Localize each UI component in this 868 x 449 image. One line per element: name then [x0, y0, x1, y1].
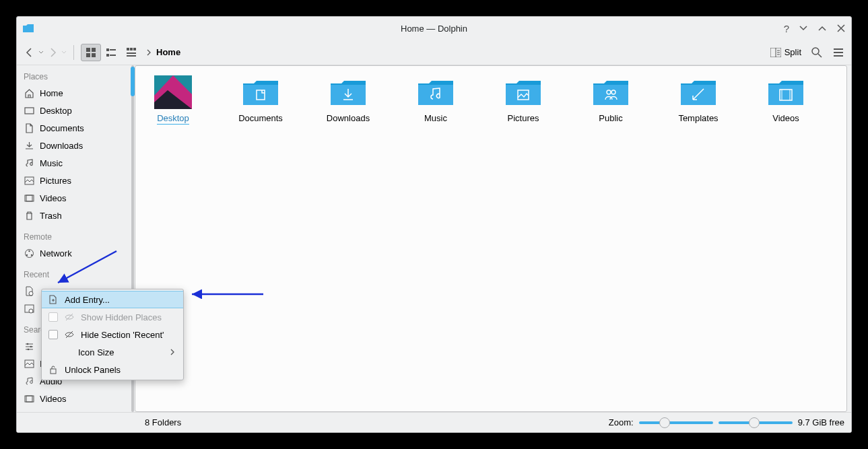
sidebar-item-trash[interactable]: Trash [17, 207, 131, 224]
split-label: Split [784, 47, 801, 57]
forward-button[interactable] [46, 46, 59, 59]
checkbox-icon [48, 312, 58, 322]
free-space-slider[interactable] [719, 421, 793, 424]
chevron-right-icon [145, 49, 152, 56]
sidebar-item-downloads[interactable]: Downloads [17, 137, 131, 154]
sidebar-item-search-videos[interactable]: Videos [17, 390, 131, 407]
chevron-right-icon [170, 349, 175, 355]
folder-icon [592, 75, 630, 109]
music-icon [24, 376, 34, 386]
help-button[interactable]: ? [784, 23, 789, 34]
folder-label: Desktop [157, 113, 189, 125]
svg-rect-8 [127, 48, 129, 50]
compact-view-button[interactable] [101, 44, 121, 61]
recent-image-icon [24, 303, 34, 314]
music-icon [24, 158, 34, 168]
svg-rect-46 [243, 85, 278, 105]
filter-icon [24, 341, 34, 351]
desktop-wallpaper-thumb [154, 75, 192, 109]
checkbox-icon [48, 330, 58, 339]
context-menu: Add Entry... Show Hidden Places Hide Sec… [41, 289, 184, 380]
home-icon [24, 88, 34, 98]
svg-rect-1 [92, 48, 96, 52]
trash-icon [24, 210, 34, 221]
svg-rect-52 [593, 85, 628, 105]
video-icon [24, 193, 34, 203]
toolbar: Home Split [17, 40, 851, 65]
split-button[interactable]: Split [770, 47, 801, 57]
folder-downloads[interactable]: Downloads [317, 75, 379, 123]
folder-public[interactable]: Public [580, 75, 642, 123]
svg-rect-49 [418, 85, 453, 105]
sidebar-item-pictures[interactable]: Pictures [17, 172, 131, 189]
menu-item-hide-section[interactable]: Hide Section 'Recent' [42, 326, 183, 343]
splitter-handle[interactable] [131, 67, 135, 96]
network-icon [24, 248, 34, 258]
icons-view-button[interactable] [81, 44, 101, 61]
folder-pictures[interactable]: Pictures [492, 75, 554, 123]
svg-point-39 [27, 348, 29, 350]
svg-rect-10 [133, 48, 136, 50]
sidebar-item-music[interactable]: Music [17, 154, 131, 172]
folder-icon [679, 75, 717, 109]
folder-icon [504, 75, 542, 109]
folder-videos[interactable]: Videos [755, 75, 817, 123]
section-header-remote: Remote [17, 230, 131, 244]
folder-desktop[interactable]: Desktop [142, 75, 204, 125]
hidden-icon [65, 312, 74, 322]
sidebar-item-home[interactable]: Home [17, 84, 131, 102]
view-mode-toggle [81, 44, 141, 61]
desktop-icon [24, 105, 34, 116]
sidebar-item-documents[interactable]: Documents [17, 119, 131, 137]
svg-point-28 [28, 250, 30, 251]
app-icon [22, 22, 34, 34]
back-dropdown[interactable] [38, 50, 44, 55]
folder-templates[interactable]: Templates [667, 75, 729, 123]
svg-rect-7 [110, 55, 116, 56]
folder-music[interactable]: Music [405, 75, 467, 123]
picture-icon [24, 358, 34, 369]
menu-item-icon-size[interactable]: Icon Size [42, 343, 183, 361]
sidebar-item-videos[interactable]: Videos [17, 189, 131, 207]
close-button[interactable] [836, 24, 846, 33]
annotation-arrow [53, 248, 120, 288]
svg-point-37 [26, 343, 28, 345]
folder-icon [329, 75, 367, 109]
back-button[interactable] [24, 46, 36, 59]
add-file-icon [47, 295, 59, 304]
folder-documents[interactable]: Documents [230, 75, 292, 123]
breadcrumb[interactable]: Home [145, 47, 180, 57]
menu-item-unlock-panels[interactable]: Unlock Panels [42, 361, 183, 378]
svg-rect-60 [51, 369, 56, 374]
toolbar-separator [73, 45, 74, 60]
folder-icon [767, 75, 805, 109]
svg-point-30 [30, 254, 32, 255]
hidden-icon [65, 330, 74, 339]
details-view-button[interactable] [121, 44, 141, 61]
sidebar-item-desktop[interactable]: Desktop [17, 102, 131, 119]
titlebar: Home — Dolphin ? [17, 17, 851, 40]
svg-rect-3 [92, 53, 96, 57]
breadcrumb-item[interactable]: Home [156, 47, 180, 57]
section-header-places: Places [17, 69, 131, 84]
statusbar: 8 Folders Zoom: 9.7 GiB free [17, 412, 851, 432]
svg-rect-2 [86, 53, 90, 57]
menu-item-add-entry[interactable]: Add Entry... [42, 291, 183, 308]
svg-rect-26 [26, 195, 32, 201]
search-button[interactable] [811, 46, 823, 59]
svg-line-19 [818, 54, 822, 57]
minimize-button[interactable] [799, 24, 808, 33]
picture-icon [24, 175, 34, 186]
free-space-label: 9.7 GiB free [798, 417, 844, 427]
menu-button[interactable] [832, 46, 844, 59]
annotation-arrow [188, 289, 265, 299]
zoom-slider[interactable] [639, 421, 713, 424]
forward-dropdown[interactable] [61, 50, 67, 55]
file-view[interactable]: Desktop Documents Downloads Music Pictur… [135, 65, 847, 412]
maximize-button[interactable] [817, 24, 827, 33]
window-title: Home — Dolphin [401, 24, 467, 34]
svg-rect-5 [110, 49, 116, 50]
zoom-label: Zoom: [609, 417, 634, 427]
svg-rect-56 [768, 85, 803, 105]
svg-rect-42 [26, 396, 32, 402]
